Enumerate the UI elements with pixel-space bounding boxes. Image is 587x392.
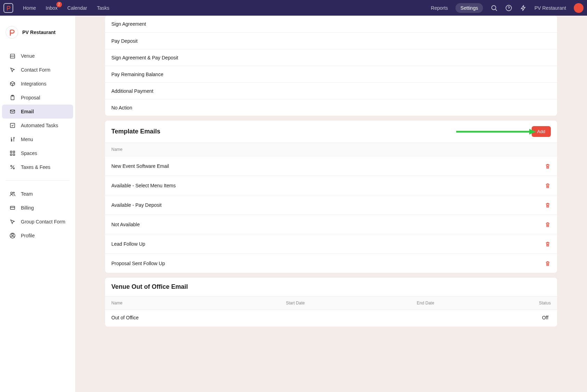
template-label: Not Available: [111, 222, 140, 227]
sidebar-item-label: Team: [21, 191, 33, 197]
trash-icon[interactable]: [545, 182, 551, 189]
arrow-annotation: [456, 128, 536, 135]
topbar-right: ReportsSettings PV Restaurant: [431, 3, 584, 13]
template-emails-header: Template Emails Add: [105, 121, 557, 142]
out-of-office-header: Venue Out of Office Email: [105, 278, 557, 296]
ooo-end-date: [419, 315, 542, 322]
cursor-icon: [9, 218, 16, 225]
ooo-start-date: [287, 315, 419, 322]
checkbox-icon: [9, 122, 16, 129]
template-row[interactable]: Not Available: [105, 214, 557, 234]
actions-card: Sign AgreementPay DepositSign Agreement …: [105, 16, 557, 116]
template-emails-title: Template Emails: [111, 128, 160, 135]
sidebar-item-billing[interactable]: Billing: [2, 201, 73, 215]
trash-icon[interactable]: [545, 241, 551, 247]
sidebar-item-label: Taxes & Fees: [21, 164, 50, 170]
col-end-date: End Date: [417, 301, 539, 305]
template-row[interactable]: Available - Pay Deposit: [105, 195, 557, 214]
action-row[interactable]: Pay Deposit: [105, 32, 557, 49]
avatar[interactable]: [574, 3, 584, 13]
action-label: Sign Agreement: [111, 21, 146, 27]
sidebar-item-label: Menu: [21, 137, 33, 142]
help-icon[interactable]: [505, 5, 512, 11]
trash-icon[interactable]: [545, 163, 551, 169]
sidebar-item-label: Automated Tasks: [21, 123, 58, 128]
out-of-office-card: Venue Out of Office Email Name Start Dat…: [105, 278, 557, 327]
topnav-inbox[interactable]: Inbox2: [46, 5, 57, 11]
sidebar-item-spaces[interactable]: Spaces: [2, 146, 73, 160]
main-content: Sign AgreementPay DepositSign Agreement …: [75, 16, 587, 392]
action-row[interactable]: Sign Agreement: [105, 16, 557, 32]
sidebar-item-venue[interactable]: Venue: [2, 49, 73, 63]
sidebar-divider: [6, 180, 70, 181]
col-start-date: Start Date: [286, 301, 417, 305]
topnav-calendar[interactable]: Calendar: [68, 5, 87, 11]
template-row[interactable]: Available - Select Menu Items: [105, 175, 557, 195]
template-label: Available - Pay Deposit: [111, 202, 161, 208]
sidebar-item-menu[interactable]: Menu: [2, 132, 73, 146]
sidebar-item-contact-form[interactable]: Contact Form: [2, 63, 73, 77]
action-label: Pay Deposit: [111, 38, 137, 44]
trash-icon[interactable]: [545, 202, 551, 208]
users-icon: [9, 190, 16, 197]
action-row[interactable]: Sign Agreement & Pay Deposit: [105, 49, 557, 66]
template-row[interactable]: Proposal Sent Follow Up: [105, 253, 557, 273]
sidebar-header[interactable]: PV Restaurant: [0, 23, 75, 42]
clipboard-icon: [9, 94, 16, 101]
utensils-icon: [9, 136, 16, 143]
sidebar-item-team[interactable]: Team: [2, 187, 73, 201]
col-status: Status: [539, 301, 551, 305]
sidebar-item-automated-tasks[interactable]: Automated Tasks: [2, 119, 73, 132]
sidebar-logo-icon: [6, 26, 18, 39]
top-nav: HomeInbox2CalendarTasks: [23, 5, 431, 11]
sidebar-item-email[interactable]: Email: [2, 105, 73, 119]
topnav-settings[interactable]: Settings: [455, 3, 483, 13]
action-row[interactable]: Additional Payment: [105, 82, 557, 99]
app-logo[interactable]: [3, 3, 13, 13]
topbar: HomeInbox2CalendarTasks ReportsSettings …: [0, 0, 587, 16]
sidebar-item-group-contact-form[interactable]: Group Contact Form: [2, 215, 73, 229]
template-emails-card: Template Emails Add Name New Event Softw…: [105, 121, 557, 273]
card-icon: [9, 204, 16, 211]
sidebar-item-taxes-fees[interactable]: Taxes & Fees: [2, 160, 73, 174]
inbox-badge: 2: [56, 2, 62, 7]
action-row[interactable]: Pay Remaining Balance: [105, 66, 557, 82]
action-label: Pay Remaining Balance: [111, 72, 163, 77]
add-template-button[interactable]: Add: [532, 126, 551, 137]
trash-icon[interactable]: [545, 221, 551, 228]
template-label: Lead Follow Up: [111, 241, 145, 247]
topnav-home[interactable]: Home: [23, 5, 36, 11]
action-label: No Action: [111, 105, 132, 111]
template-label: Proposal Sent Follow Up: [111, 261, 165, 266]
out-of-office-row[interactable]: Out of Office Off: [105, 310, 557, 327]
ooo-status: Off: [542, 315, 548, 322]
sidebar: PV Restaurant VenueContact FormIntegrati…: [0, 16, 75, 392]
template-row[interactable]: New Event Software Email: [105, 156, 557, 175]
sidebar-item-proposal[interactable]: Proposal: [2, 91, 73, 105]
sidebar-item-label: Email: [21, 109, 34, 114]
sidebar-item-integrations[interactable]: Integrations: [2, 77, 73, 91]
person-icon: [9, 232, 16, 239]
ooo-name: Out of Office: [111, 315, 287, 322]
template-row[interactable]: Lead Follow Up: [105, 234, 557, 253]
topnav-reports[interactable]: Reports: [431, 5, 448, 11]
search-icon[interactable]: [491, 5, 498, 11]
bolt-icon[interactable]: [520, 5, 527, 11]
sidebar-item-label: Contact Form: [21, 67, 50, 73]
sidebar-item-label: Group Contact Form: [21, 219, 65, 224]
trash-icon[interactable]: [545, 260, 551, 267]
action-row[interactable]: No Action: [105, 99, 557, 116]
box-icon: [9, 80, 16, 87]
out-of-office-title: Venue Out of Office Email: [111, 283, 188, 291]
cursor-icon: [9, 66, 16, 73]
topnav-tasks[interactable]: Tasks: [97, 5, 109, 11]
storefront-icon: [9, 52, 16, 59]
template-column-name: Name: [105, 142, 557, 156]
action-label: Additional Payment: [111, 88, 153, 94]
sidebar-nav: VenueContact FormIntegrationsProposalEma…: [0, 49, 75, 243]
sidebar-item-label: Venue: [21, 53, 35, 59]
out-of-office-table-head: Name Start Date End Date Status: [105, 296, 557, 310]
org-name-top[interactable]: PV Restaurant: [534, 5, 566, 11]
grid-icon: [9, 150, 16, 157]
sidebar-item-profile[interactable]: Profile: [2, 229, 73, 243]
